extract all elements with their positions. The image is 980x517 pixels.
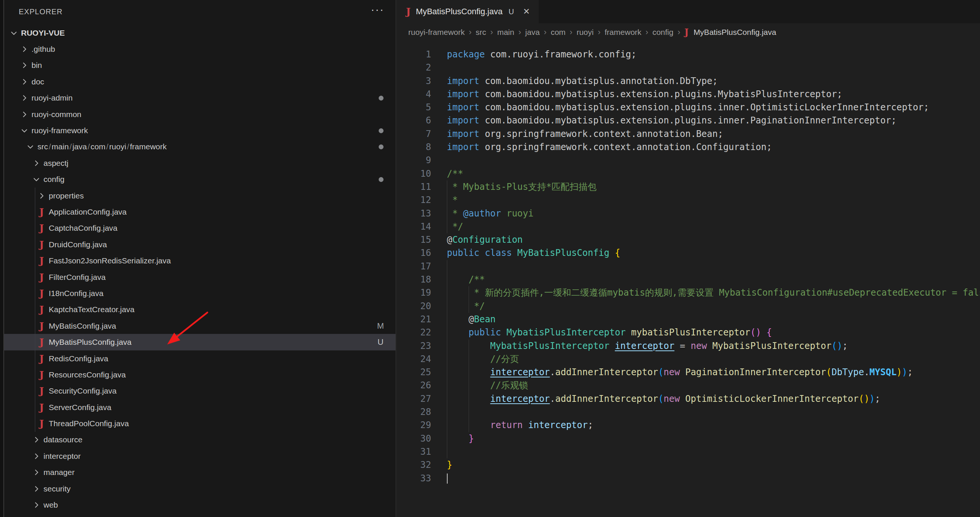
- code-line-15[interactable]: 15@Configuration: [396, 233, 980, 246]
- java-file-icon: J: [37, 240, 46, 249]
- code-line-26[interactable]: 26 //乐观锁: [396, 379, 980, 392]
- chevron-right-icon[interactable]: [19, 110, 29, 119]
- code-line-9[interactable]: 9: [396, 154, 980, 167]
- chevron-right-icon[interactable]: [32, 500, 41, 510]
- tree-item-web[interactable]: web: [4, 497, 396, 513]
- tree-item-ruoyi-framework[interactable]: ruoyi-framework: [4, 122, 396, 139]
- tree-item-captchaconfig-java[interactable]: JCaptchaConfig.java: [4, 220, 396, 236]
- chevron-right-icon[interactable]: [19, 61, 29, 70]
- code-line-25[interactable]: 25 interceptor.addInnerInterceptor(new P…: [396, 366, 980, 379]
- chevron-right-icon[interactable]: [32, 452, 41, 461]
- tree-item-mybatisplusconfig-java[interactable]: JMyBatisPlusConfig.javaU: [4, 334, 396, 350]
- code-line-31[interactable]: 31: [396, 445, 980, 458]
- tree-item-label: I18nConfig.java: [49, 289, 103, 298]
- chevron-down-icon[interactable]: [19, 126, 29, 136]
- chevron-down-icon[interactable]: [25, 142, 35, 152]
- tree-item-ruoyi-vue[interactable]: RUOYI-VUE: [4, 25, 396, 41]
- code-line-11[interactable]: 11 * Mybatis-Plus支持*匹配扫描包: [396, 180, 980, 194]
- close-icon[interactable]: ✕: [523, 7, 530, 16]
- code-line-1[interactable]: 1package com.ruoyi.framework.config;: [396, 48, 980, 61]
- more-actions-icon[interactable]: ···: [371, 3, 384, 16]
- tree-item-kaptchatextcreator-java[interactable]: JKaptchaTextCreator.java: [4, 302, 396, 318]
- code-line-7[interactable]: 7import org.springframework.context.anno…: [396, 128, 980, 141]
- chevron-right-icon[interactable]: [19, 77, 29, 87]
- code-line-19[interactable]: 19 * 新的分页插件,一缓和二缓遵循mybatis的规则,需要设置 Mybat…: [396, 286, 980, 299]
- code-token: com.baomidou.mybatisplus.extension.plugi…: [479, 89, 842, 99]
- tree-item-redisconfig-java[interactable]: JRedisConfig.java: [4, 350, 396, 367]
- code-line-6[interactable]: 6import com.baomidou.mybatisplus.extensi…: [396, 114, 980, 127]
- code-line-5[interactable]: 5import com.baomidou.mybatisplus.extensi…: [396, 101, 980, 114]
- code-line-24[interactable]: 24 //分页: [396, 353, 980, 366]
- code-token: }: [469, 433, 474, 444]
- tree-item-securityconfig-java[interactable]: JSecurityConfig.java: [4, 383, 396, 399]
- code-line-29[interactable]: 29 return interceptor;: [396, 419, 980, 432]
- git-modified-dot: [379, 96, 383, 101]
- tree-item-doc[interactable]: doc: [4, 73, 396, 90]
- tree-item-properties[interactable]: properties: [4, 188, 396, 204]
- breadcrumb-item[interactable]: com: [551, 28, 566, 37]
- code-line-33[interactable]: 33: [396, 472, 980, 485]
- tree-item-security[interactable]: security: [4, 480, 396, 497]
- code-line-8[interactable]: 8import org.springframework.context.anno…: [396, 141, 980, 154]
- breadcrumb-item[interactable]: framework: [605, 28, 641, 37]
- breadcrumb-item-file[interactable]: MyBatisPlusConfig.java: [694, 28, 776, 37]
- code-line-23[interactable]: 23 MybatisPlusInterceptor interceptor = …: [396, 340, 980, 353]
- code-line-32[interactable]: 32}: [396, 458, 980, 472]
- chevron-right-icon[interactable]: [19, 93, 29, 103]
- breadcrumb-item[interactable]: config: [652, 28, 673, 37]
- tree-item-interceptor[interactable]: interceptor: [4, 448, 396, 464]
- chevron-right-icon[interactable]: [32, 158, 41, 168]
- tree-item-fastjson2jsonredisserializer-java[interactable]: JFastJson2JsonRedisSerializer.java: [4, 252, 396, 269]
- code-line-3[interactable]: 3import com.baomidou.mybatisplus.annotat…: [396, 75, 980, 88]
- tree-item-druidconfig-java[interactable]: JDruidConfig.java: [4, 236, 396, 252]
- breadcrumb-item[interactable]: ruoyi: [577, 28, 594, 37]
- tree-item-threadpoolconfig-java[interactable]: JThreadPoolConfig.java: [4, 415, 396, 431]
- tree-item-filterconfig-java[interactable]: JFilterConfig.java: [4, 269, 396, 285]
- chevron-right-icon[interactable]: [19, 44, 29, 54]
- tree-item-aspectj[interactable]: aspectj: [4, 155, 396, 171]
- code-line-13[interactable]: 13 * @author ruoyi: [396, 207, 980, 220]
- chevron-right-icon[interactable]: [32, 435, 41, 445]
- tree-item-src-main-java-com-ruoyi-framework[interactable]: src/main/java/com/ruoyi/framework: [4, 139, 396, 155]
- code-line-21[interactable]: 21 @Bean: [396, 313, 980, 326]
- code-line-27[interactable]: 27 interceptor.addInnerInterceptor(new O…: [396, 393, 980, 405]
- tree-item-config[interactable]: config: [4, 171, 396, 188]
- code-line-18[interactable]: 18 /**: [396, 273, 980, 286]
- tree-item-datasource[interactable]: datasource: [4, 432, 396, 448]
- chevron-down-icon[interactable]: [9, 28, 19, 38]
- tree-item-ruoyi-common[interactable]: ruoyi-common: [4, 106, 396, 122]
- chevron-down-icon[interactable]: [32, 174, 41, 184]
- code-line-22[interactable]: 22 public MybatisPlusInterceptor mybatis…: [396, 326, 980, 339]
- tree-item--github[interactable]: .github: [4, 41, 396, 57]
- code-line-16[interactable]: 16public class MyBatisPlusConfig {: [396, 246, 980, 260]
- code-editor[interactable]: 1package com.ruoyi.framework.config;23im…: [396, 41, 980, 517]
- code-line-28[interactable]: 28: [396, 405, 980, 419]
- code-line-30[interactable]: 30 }: [396, 432, 980, 445]
- tree-item-i18nconfig-java[interactable]: JI18nConfig.java: [4, 285, 396, 301]
- chevron-right-icon[interactable]: [37, 191, 46, 201]
- tree-item-applicationconfig-java[interactable]: JApplicationConfig.java: [4, 204, 396, 220]
- tab-mybatisplusconfig[interactable]: J MyBatisPlusConfig.java U ✕: [396, 0, 539, 23]
- tree-item-mybatisconfig-java[interactable]: JMyBatisConfig.javaM: [4, 318, 396, 334]
- code-line-2[interactable]: 2: [396, 61, 980, 74]
- code-line-17[interactable]: 17: [396, 260, 980, 273]
- tree-item-resourcesconfig-java[interactable]: JResourcesConfig.java: [4, 367, 396, 383]
- tree-item-serverconfig-java[interactable]: JServerConfig.java: [4, 399, 396, 415]
- tree-item-ruoyi-admin[interactable]: ruoyi-admin: [4, 90, 396, 106]
- code-line-4[interactable]: 4import com.baomidou.mybatisplus.extensi…: [396, 88, 980, 101]
- code-line-12[interactable]: 12 *: [396, 194, 980, 207]
- breadcrumb-item[interactable]: main: [497, 28, 514, 37]
- line-number: 23: [396, 340, 431, 353]
- tree-item-bin[interactable]: bin: [4, 57, 396, 73]
- code-line-20[interactable]: 20 */: [396, 300, 980, 313]
- chevron-right-icon[interactable]: [32, 468, 41, 477]
- breadcrumb-item[interactable]: java: [525, 28, 540, 37]
- chevron-right-icon[interactable]: [32, 484, 41, 494]
- breadcrumb-item[interactable]: ruoyi-framework: [408, 28, 465, 37]
- tree-item-manager[interactable]: manager: [4, 464, 396, 480]
- breadcrumb-item[interactable]: src: [476, 28, 486, 37]
- indent-guide: [447, 260, 447, 273]
- code-line-10[interactable]: 10/**: [396, 168, 980, 180]
- file-tree: RUOYI-VUE.githubbindocruoyi-adminruoyi-c…: [4, 25, 396, 513]
- code-line-14[interactable]: 14 */: [396, 220, 980, 233]
